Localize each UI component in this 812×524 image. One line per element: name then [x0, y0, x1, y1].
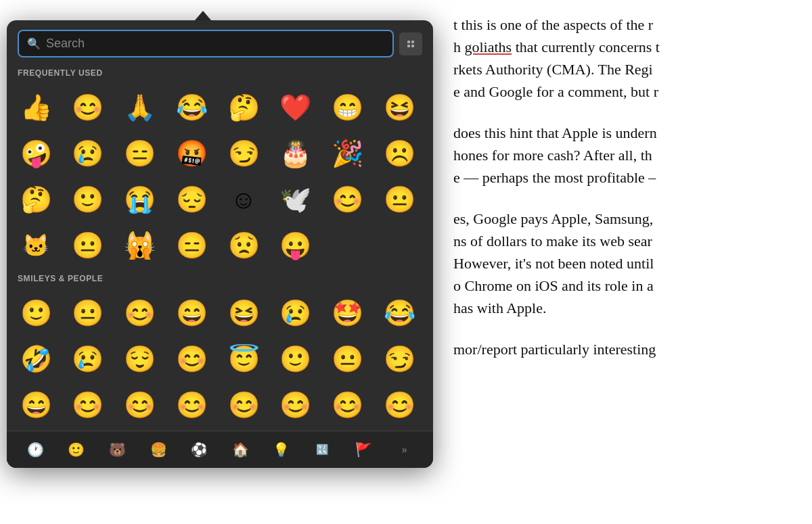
emoji-cell[interactable]: 😊 — [324, 176, 371, 222]
emoji-cell[interactable]: 😊 — [376, 382, 423, 428]
animal-icon[interactable]: 🐻 — [97, 437, 138, 462]
emoji-cell[interactable]: 😊 — [116, 382, 164, 428]
emoji-cell[interactable]: 🤬 — [168, 130, 215, 176]
emoji-cell[interactable]: 😌 — [116, 336, 164, 382]
emoji-cell[interactable]: 😐 — [324, 336, 371, 382]
emoji-cell[interactable]: ☹️ — [376, 130, 423, 176]
emoji-cell[interactable]: 😏 — [220, 130, 267, 176]
emoji-cell[interactable]: 😂 — [168, 85, 215, 130]
emoji-cell[interactable]: 😔 — [168, 176, 215, 222]
emoji-cell[interactable]: 😐 — [64, 222, 112, 268]
travel-icon[interactable]: 🏠 — [220, 437, 261, 462]
emoji-cell[interactable]: 😏 — [376, 336, 423, 382]
emoji-cell[interactable]: 😐 — [64, 290, 112, 336]
emoji-cell[interactable]: 😐 — [376, 176, 423, 222]
emoji-cell[interactable]: 😛 — [272, 222, 319, 268]
emoji-cell[interactable]: 😄 — [12, 382, 60, 428]
emoji-cell[interactable]: 😊 — [168, 336, 215, 382]
emoji-cell[interactable]: 🤔 — [12, 176, 60, 222]
activity-icon[interactable]: ⚽ — [179, 437, 220, 462]
emoji-cell[interactable]: 😢 — [272, 290, 319, 336]
emoji-cell[interactable]: 🙂 — [272, 336, 319, 382]
emoji-cell[interactable]: 😢 — [64, 336, 112, 382]
emoji-cell[interactable]: 😊 — [272, 382, 319, 428]
emoji-cell[interactable]: 🐱 — [12, 222, 60, 268]
frequently-used-header: FREQUENTLY USED — [7, 66, 433, 82]
emoji-cell[interactable] — [376, 222, 423, 268]
symbol-icon[interactable]: 🔣 — [302, 437, 343, 462]
emoji-cell[interactable]: 🤔 — [220, 85, 267, 130]
emoji-cell[interactable]: 🙂 — [64, 176, 112, 222]
frequently-used-grid: 👍 😊 🙏 😂 🤔 ❤️ 😁 😆 🤪 😢 😑 🤬 😏 🎂 🎉 ☹️ 🤔 🙂 😭 … — [7, 82, 433, 271]
article-text: t this is one of the aspects of the rh g… — [433, 0, 812, 524]
emoji-cell[interactable]: 😊 — [324, 382, 371, 428]
emoji-cell[interactable]: 😊 — [168, 382, 215, 428]
emoji-cell[interactable]: ☺️ — [220, 176, 267, 222]
emoji-cell[interactable]: ❤️ — [272, 85, 319, 130]
smiley-icon[interactable]: 🙂 — [56, 437, 97, 462]
object-icon[interactable]: 💡 — [261, 437, 302, 462]
emoji-cell[interactable]: 😊 — [116, 290, 164, 336]
food-icon[interactable]: 🍔 — [138, 437, 179, 462]
emoji-cell[interactable]: 🕊️ — [272, 176, 319, 222]
emoji-cell[interactable]: 😟 — [220, 222, 267, 268]
emoji-cell[interactable]: 🙂 — [12, 290, 60, 336]
emoji-cell[interactable]: 🎉 — [324, 130, 371, 176]
picker-arrow — [195, 11, 211, 20]
search-input[interactable] — [46, 37, 384, 51]
emoji-cell[interactable]: 😇 — [220, 336, 267, 382]
emoji-cell[interactable]: 😑 — [168, 222, 215, 268]
emoji-cell[interactable]: 😊 — [64, 382, 112, 428]
search-bar: 🔍 — [7, 20, 433, 66]
emoji-cell[interactable]: 😆 — [220, 290, 267, 336]
flag-icon[interactable]: 🚩 — [343, 437, 384, 462]
emoji-cell[interactable]: 😄 — [168, 290, 215, 336]
emoji-cell[interactable]: 🤩 — [324, 290, 371, 336]
emoji-cell[interactable]: 😂 — [376, 290, 423, 336]
emoji-toolbar: 🕐 🙂 🐻 🍔 ⚽ 🏠 💡 🔣 🚩 » — [7, 431, 433, 468]
smileys-people-grid: 🙂 😐 😊 😄 😆 😢 🤩 😂 🤣 😢 😌 😊 😇 🙂 😐 😏 😄 😊 😊 😊 … — [7, 287, 433, 431]
smileys-people-header: SMILEYS & PEOPLE — [7, 271, 433, 287]
emoji-cell[interactable]: 👍 — [12, 85, 60, 130]
more-icon[interactable]: » — [384, 437, 425, 462]
emoji-cell[interactable] — [324, 222, 371, 268]
emoji-cell[interactable]: 😁 — [324, 85, 371, 130]
emoji-cell[interactable]: 😢 — [64, 130, 112, 176]
emoji-cell[interactable]: 😊 — [220, 382, 267, 428]
emoji-picker: 🔍 FREQUENTLY USED 👍 😊 🙏 😂 🤔 ❤️ 😁 😆 🤪 😢 😑… — [7, 20, 433, 468]
recent-icon[interactable]: 🕐 — [15, 437, 56, 462]
emoji-cell[interactable]: 🙏 — [116, 85, 164, 130]
emoji-cell[interactable]: 🙀 — [116, 222, 164, 268]
emoji-cell[interactable]: 🤪 — [12, 130, 60, 176]
keyboard-shortcut-icon — [399, 32, 422, 55]
emoji-cell[interactable]: 😭 — [116, 176, 164, 222]
search-input-wrap[interactable]: 🔍 — [18, 30, 394, 57]
emoji-cell[interactable]: 😊 — [64, 85, 112, 130]
emoji-cell[interactable]: 😑 — [116, 130, 164, 176]
emoji-cell[interactable]: 😆 — [376, 85, 423, 130]
emoji-cell[interactable]: 🎂 — [272, 130, 319, 176]
search-icon: 🔍 — [27, 37, 41, 50]
emoji-cell[interactable]: 🤣 — [12, 336, 60, 382]
